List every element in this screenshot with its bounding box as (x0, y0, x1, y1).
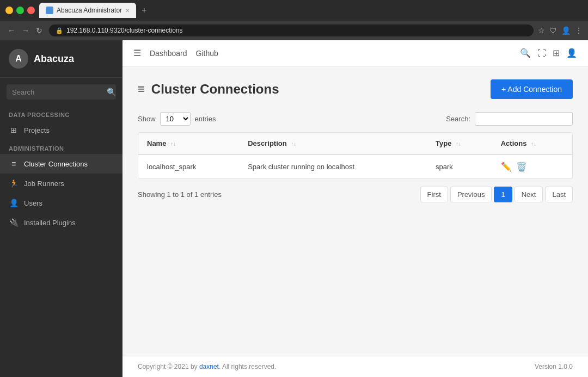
table-wrap: Name ↑↓ Description ↑↓ Type ↑↓ (138, 132, 573, 179)
page-next-button[interactable]: Next (514, 187, 543, 202)
footer: Copyright © 2021 by daxnet. All rights r… (122, 356, 588, 377)
job-runners-icon: 🏃 (9, 178, 19, 188)
url-bar[interactable]: 🔒 192.168.0.110:9320/cluster-connections (49, 24, 534, 36)
sidebar-item-job-runners[interactable]: 🏃 Job Runners (0, 174, 122, 193)
page-last-button[interactable]: Last (545, 187, 573, 202)
tab-favicon (46, 7, 53, 14)
address-bar: ← → ↻ 🔒 192.168.0.110:9320/cluster-conne… (0, 21, 588, 40)
section-label-data-processing: DATA PROCESSING (0, 106, 122, 120)
sidebar-item-label-cluster-connections: Cluster Connections (24, 160, 88, 168)
show-label: Show (138, 115, 156, 123)
browser-chrome: Abacuza Administrator ✕ + (0, 0, 588, 21)
table-search-wrap: Search: (446, 112, 573, 126)
sidebar-item-users[interactable]: 👤 Users (0, 193, 122, 213)
row-name: localhost_spark (138, 154, 239, 178)
footer-author-link[interactable]: daxnet (199, 363, 219, 370)
sort-actions-icon[interactable]: ↑↓ (531, 141, 536, 147)
active-tab[interactable]: Abacuza Administrator ✕ (39, 3, 136, 18)
topbar-links: Dashboard Github (150, 49, 218, 58)
search-submit-icon[interactable]: 🔍 (107, 88, 116, 96)
url-text: 192.168.0.110:9320/cluster-connections (66, 27, 183, 34)
app-layout: A Abacuza 🔍 DATA PROCESSING ⊞ Projects A… (0, 40, 588, 377)
sidebar-item-label-installed-plugins: Installed Plugins (24, 219, 76, 227)
sort-description-icon[interactable]: ↑↓ (291, 141, 296, 147)
installed-plugins-icon: 🔌 (9, 218, 19, 227)
table-search-input[interactable] (475, 112, 573, 126)
col-header-description: Description ↑↓ (239, 133, 427, 154)
sort-name-icon[interactable]: ↑↓ (170, 141, 176, 147)
extensions-icon[interactable]: 🛡 (549, 26, 557, 35)
search-input-wrap: 🔍 (7, 84, 116, 100)
section-label-administration: ADMINISTRATION (0, 140, 122, 154)
table-row: localhost_spark Spark cluster running on… (138, 154, 572, 178)
page-title: Cluster Connections (151, 82, 279, 97)
delete-button[interactable]: 🗑️ (516, 162, 527, 172)
reload-button[interactable]: ↻ (34, 25, 45, 36)
row-type: spark (427, 154, 492, 178)
topbar-search-icon[interactable]: 🔍 (520, 48, 531, 58)
topbar-left: ☰ Dashboard Github (133, 48, 218, 58)
github-link[interactable]: Github (196, 49, 218, 58)
add-connection-button[interactable]: + Add Connection (491, 79, 573, 99)
bookmark-icon[interactable]: ☆ (538, 26, 545, 35)
maximize-button[interactable] (16, 7, 24, 14)
pagination: First Previous 1 Next Last (420, 187, 573, 202)
sidebar: A Abacuza 🔍 DATA PROCESSING ⊞ Projects A… (0, 40, 122, 377)
topbar: ☰ Dashboard Github 🔍 ⛶ ⊞ 👤 (122, 40, 588, 66)
lock-icon: 🔒 (56, 27, 63, 34)
sidebar-item-label-projects: Projects (24, 126, 50, 134)
back-button[interactable]: ← (5, 25, 17, 36)
sidebar-item-label-job-runners: Job Runners (24, 180, 64, 188)
page-previous-button[interactable]: Previous (450, 187, 492, 202)
nav-buttons: ← → ↻ (5, 25, 45, 36)
tab-title: Abacuza Administrator (57, 7, 122, 14)
table-search-label: Search: (446, 115, 470, 123)
sidebar-item-cluster-connections[interactable]: ≡ Cluster Connections (0, 154, 122, 174)
topbar-grid-icon[interactable]: ⊞ (553, 48, 560, 58)
main-content: ☰ Dashboard Github 🔍 ⛶ ⊞ 👤 ≡ Cluster Con… (122, 40, 588, 377)
new-tab-button[interactable]: + (138, 5, 150, 15)
content-area: ≡ Cluster Connections + Add Connection S… (122, 66, 588, 356)
entries-select[interactable]: 10 25 50 100 (160, 112, 191, 126)
browser-extras: ☆ 🛡 👤 ⋮ (538, 26, 583, 35)
minimize-button[interactable] (5, 7, 13, 14)
forward-button[interactable]: → (20, 25, 32, 36)
edit-button[interactable]: ✏️ (501, 162, 512, 172)
table-controls-bottom: Showing 1 to 1 of 1 entries First Previo… (138, 187, 573, 202)
page-1-button[interactable]: 1 (494, 187, 512, 202)
page-header: ≡ Cluster Connections + Add Connection (138, 79, 573, 99)
cluster-connections-icon: ≡ (9, 159, 19, 169)
search-input[interactable] (12, 88, 103, 96)
window-controls (5, 7, 35, 14)
page-title-wrap: ≡ Cluster Connections (138, 82, 279, 97)
hamburger-menu-icon[interactable]: ☰ (133, 48, 141, 58)
app-name: Abacuza (34, 53, 74, 65)
entries-label: entries (195, 115, 216, 123)
sidebar-item-installed-plugins[interactable]: 🔌 Installed Plugins (0, 213, 122, 232)
sidebar-item-projects[interactable]: ⊞ Projects (0, 120, 122, 140)
topbar-fullscreen-icon[interactable]: ⛶ (537, 48, 546, 58)
col-header-type: Type ↑↓ (427, 133, 492, 154)
table-header: Name ↑↓ Description ↑↓ Type ↑↓ (138, 133, 572, 154)
table-controls-top: Show 10 25 50 100 entries Search: (138, 112, 573, 126)
topbar-right: 🔍 ⛶ ⊞ 👤 (520, 48, 577, 58)
show-entries: Show 10 25 50 100 entries (138, 112, 216, 126)
sort-type-icon[interactable]: ↑↓ (456, 141, 461, 147)
action-buttons: ✏️ 🗑️ (501, 162, 564, 172)
cluster-connections-table: Name ↑↓ Description ↑↓ Type ↑↓ (138, 133, 572, 178)
menu-icon[interactable]: ⋮ (575, 26, 583, 35)
profile-icon[interactable]: 👤 (561, 26, 571, 35)
tab-close-icon[interactable]: ✕ (125, 8, 130, 14)
logo-avatar: A (9, 49, 28, 69)
sidebar-item-label-users: Users (24, 199, 42, 207)
close-button[interactable] (27, 7, 35, 14)
page-first-button[interactable]: First (420, 187, 448, 202)
col-header-name: Name ↑↓ (138, 133, 239, 154)
dashboard-link[interactable]: Dashboard (150, 49, 187, 58)
tab-bar: Abacuza Administrator ✕ + (39, 3, 583, 18)
row-description: Spark cluster running on localhost (239, 154, 427, 178)
users-icon: 👤 (9, 198, 19, 208)
sidebar-search-box: 🔍 (0, 78, 122, 106)
page-icon: ≡ (138, 82, 145, 96)
topbar-user-icon[interactable]: 👤 (566, 48, 577, 58)
